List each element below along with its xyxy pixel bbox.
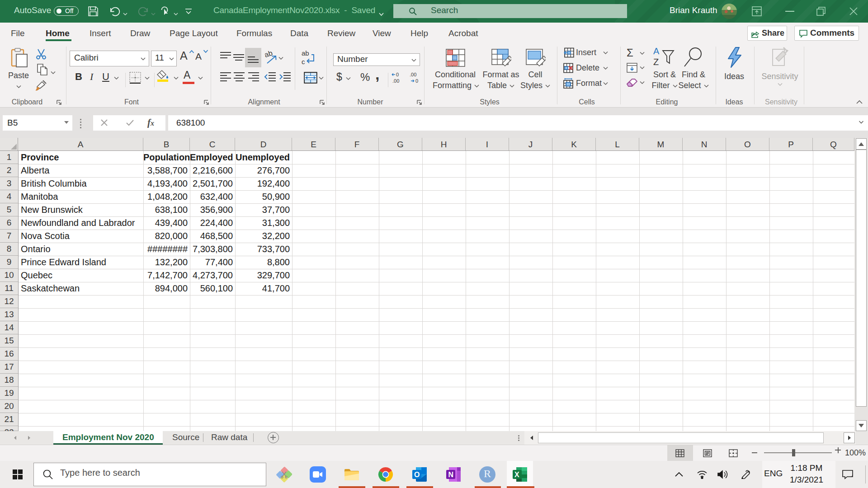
svg-text:.00: .00 <box>392 78 399 84</box>
svg-text:O: O <box>414 471 420 479</box>
svg-text:A: A <box>653 47 660 56</box>
svg-text:ab: ab <box>264 50 274 59</box>
svg-text:ab: ab <box>302 49 309 57</box>
svg-text:.00: .00 <box>410 72 416 77</box>
svg-text:X: X <box>514 471 519 479</box>
svg-text:c: c <box>302 58 305 66</box>
svg-text:0: 0 <box>396 72 399 77</box>
svg-text:N: N <box>448 471 454 479</box>
svg-text:Z: Z <box>653 57 659 67</box>
svg-text:0: 0 <box>415 78 418 84</box>
